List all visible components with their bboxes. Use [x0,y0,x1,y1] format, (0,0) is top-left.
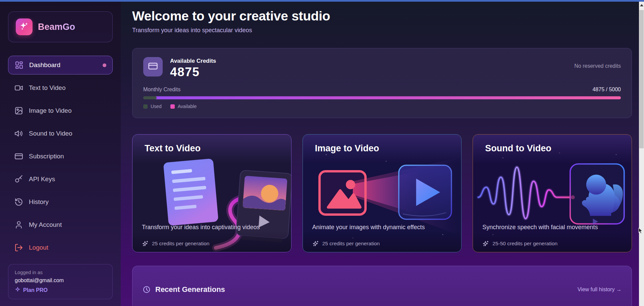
page-subtitle: Transform your ideas into spectacular vi… [132,27,632,34]
page-title: Welcome to your creative studio [132,9,632,23]
card-credits-row: 25 credits per generation [312,240,380,247]
card-title: Sound to Video [485,143,551,154]
card-credits-label: 25 credits per generation [152,241,209,247]
sidebar-nav: Dashboard Text to Video Im [8,56,113,257]
user-email: gobottai@gmail.com [15,277,106,284]
progress-used-segment [143,96,157,99]
brand-logo-card[interactable]: BeamGo [8,11,113,42]
card-sound-to-video[interactable]: Sound to Video Synchronize speech with f… [473,134,632,252]
dashboard-grid-icon [15,61,23,69]
credits-card: Available Credits 4875 No reserved credi… [132,48,632,118]
legend-used-swatch [143,104,148,109]
main-content: Welcome to your creative studio Transfor… [121,0,644,306]
card-credits-row: 25 credits per generation [142,240,209,247]
card-title: Text to Video [145,143,201,154]
clock-icon [143,286,151,294]
brand-logo [16,18,33,35]
available-credits-label: Available Credits [170,58,216,64]
legend-available-swatch [170,104,175,109]
key-icon [14,175,23,184]
available-credits-value: 4875 [170,65,216,79]
image-icon [14,106,23,115]
sidebar-item-label: Dashboard [29,61,60,69]
reserved-credits-note: No reserved credits [574,63,621,69]
card-description: Animate your images with dynamic effects [312,223,452,231]
sidebar-item-label: Image to Video [29,107,71,114]
legend-used-label: Used [151,104,162,109]
sparkles-icon [312,240,319,247]
sidebar-item-image-to-video[interactable]: Image to Video [8,101,113,120]
feature-cards-row: Text to Video Transform your ideas into … [132,134,632,252]
sidebar-item-api-keys[interactable]: API Keys [8,170,113,189]
plan-badge: Plan PRO [15,287,106,294]
sidebar-item-label: History [29,198,49,206]
sidebar-item-label: Subscription [29,153,64,160]
credit-card-icon [14,152,23,161]
user-icon [14,220,23,229]
credits-ratio: 4875 / 5000 [592,87,621,93]
plan-label: Plan PRO [23,287,48,293]
sparkle-icon [15,287,20,294]
card-credits-label: 25 credits per generation [322,241,380,247]
credits-icon-box [143,57,163,76]
vertical-scrollbar[interactable] [639,2,644,306]
sidebar-item-subscription[interactable]: Subscription [8,147,113,166]
sidebar-item-label: Sound to Video [29,130,72,137]
progress-available-segment [155,96,621,99]
credits-progress-bar [143,96,621,99]
recent-generations-card: Recent Generations View full history → [132,266,632,306]
mouse-cursor [638,227,643,236]
sidebar-item-history[interactable]: History [8,193,113,211]
active-indicator-dot [103,63,106,67]
progress-legend: Used Available [143,104,621,109]
sparkles-icon [482,240,489,247]
logged-in-as-label: Logged in as [15,270,106,275]
sidebar-item-sound-to-video[interactable]: Sound to Video [8,124,113,143]
card-credits-row: 25-50 credits per generation [482,240,557,247]
sidebar: BeamGo Dashboard Text t [0,0,121,306]
card-description: Transform your ideas into captivating vi… [142,223,281,231]
scrollbar-thumb[interactable] [639,10,644,148]
brand-name: BeamGo [38,22,75,32]
sidebar-item-label: API Keys [29,175,55,183]
sidebar-item-my-account[interactable]: My Account [8,215,113,234]
history-clock-icon [14,198,23,206]
sparkles-icon [142,240,149,247]
logged-in-user-box: Logged in as gobottai@gmail.com Plan PRO [8,264,113,299]
sidebar-item-label: My Account [29,221,62,228]
video-camera-icon [14,84,23,92]
card-title: Image to Video [315,143,379,154]
view-full-history-link[interactable]: View full history → [578,287,622,293]
sidebar-item-text-to-video[interactable]: Text to Video [8,79,113,97]
card-image-to-video[interactable]: Image to Video Animate your images with … [303,134,462,252]
recent-generations-title: Recent Generations [155,285,225,294]
card-description: Synchronize speech with facial movements [482,223,622,231]
speaker-icon [14,129,23,138]
logout-icon [14,243,23,252]
card-credits-label: 25-50 credits per generation [492,241,557,247]
sidebar-item-dashboard[interactable]: Dashboard [8,56,113,74]
sidebar-item-label: Text to Video [29,84,66,92]
sidebar-item-label: Logout [29,244,48,251]
app-window: BeamGo Dashboard Text t [0,0,644,306]
scrollbar-up-arrow[interactable] [639,3,644,7]
browser-loading-bar [0,0,644,2]
legend-available-label: Available [178,104,197,109]
sidebar-item-logout[interactable]: Logout [8,238,113,257]
credit-card-icon [148,61,158,72]
monthly-credits-label: Monthly Credits [143,87,180,93]
sparkles-icon [19,21,29,33]
card-text-to-video[interactable]: Text to Video Transform your ideas into … [132,134,291,252]
